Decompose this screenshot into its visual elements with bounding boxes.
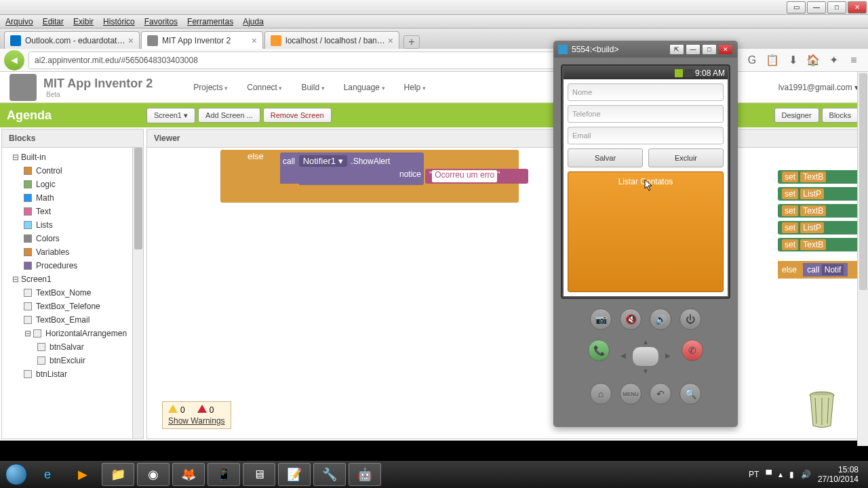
taskbar-notepad[interactable]: 📝: [278, 463, 311, 486]
taskbar-app3[interactable]: 🔧: [313, 463, 346, 486]
taskbar-chrome[interactable]: ◉: [137, 463, 170, 486]
menu-exibir[interactable]: Exibir: [73, 17, 94, 26]
menu-historico[interactable]: Histórico: [103, 17, 135, 26]
cat-control[interactable]: Control: [2, 164, 143, 178]
tab-localhost[interactable]: localhost / localhost / ban… ×: [264, 31, 399, 49]
tray-flag-icon[interactable]: ▀: [766, 470, 772, 479]
peek-block[interactable]: set ListP: [778, 187, 866, 201]
cat-text[interactable]: Text: [2, 205, 143, 218]
comp-btnsalvar[interactable]: btnSalvar: [2, 340, 143, 354]
peek-block[interactable]: set TextB: [778, 170, 866, 184]
back-hw-button[interactable]: ↶: [650, 383, 671, 405]
cat-lists[interactable]: Lists: [2, 218, 143, 232]
block-else[interactable]: else: [242, 150, 276, 165]
menu-ajuda[interactable]: Ajuda: [243, 17, 264, 26]
puzzle-icon[interactable]: ✦: [826, 53, 841, 68]
dpad[interactable]: ▲ ◀ ▶ ▼: [622, 340, 669, 373]
search-hw-button[interactable]: 🔍: [679, 383, 701, 405]
sidebar-scrollbar[interactable]: [132, 148, 143, 439]
listar-contatos-button[interactable]: Listar Contatos: [568, 171, 724, 292]
blocks-canvas[interactable]: else call Notifier1 ▾ .ShowAlert notice …: [147, 150, 866, 439]
download-icon[interactable]: ⬇: [785, 53, 800, 68]
call-button[interactable]: 📞: [588, 340, 610, 361]
menu-favoritos[interactable]: Favoritos: [144, 17, 178, 26]
comp-btnexcluir[interactable]: btnExcluir: [2, 354, 143, 367]
comp-textbox-nome[interactable]: TextBox_Nome: [2, 286, 143, 300]
block-slot[interactable]: [248, 184, 299, 199]
cat-math[interactable]: Math: [2, 191, 143, 205]
emu-minimize[interactable]: —: [686, 44, 701, 55]
emu-close[interactable]: ✕: [718, 44, 733, 55]
add-screen-button[interactable]: Add Screen ...: [198, 108, 260, 123]
start-button[interactable]: [3, 461, 30, 488]
tree-screen1[interactable]: ⊟Screen1: [2, 272, 143, 286]
screen-dropdown[interactable]: Screen1 ▾: [146, 108, 195, 123]
volume-up-button[interactable]: 🔊: [650, 308, 671, 330]
window-minimize[interactable]: ▭: [787, 1, 806, 14]
block-call[interactable]: call Notifier1 ▾ .ShowAlert notice: [280, 152, 424, 185]
window-minimize2[interactable]: —: [807, 1, 826, 14]
page-scrollbar[interactable]: [857, 72, 868, 446]
input-telefone[interactable]: Telefone: [568, 105, 724, 123]
taskbar-app1[interactable]: 📱: [208, 463, 240, 486]
window-close[interactable]: ✕: [848, 1, 867, 14]
home-button[interactable]: ⌂: [590, 383, 612, 405]
menu-arquivo[interactable]: Arquivo: [5, 17, 33, 26]
tray-network-icon[interactable]: ▮: [789, 470, 794, 479]
cat-logic[interactable]: Logic: [2, 178, 143, 191]
menu-editar[interactable]: Editar: [43, 17, 64, 26]
cat-variables[interactable]: Variables: [2, 245, 143, 259]
designer-button[interactable]: Designer: [774, 108, 819, 123]
emu-restore[interactable]: ⇱: [669, 44, 684, 55]
emulator-window[interactable]: 5554:<build> ⇱ — □ ✕ 9:08 AM Nome Telefo…: [553, 41, 738, 427]
cat-procedures[interactable]: Procedures: [2, 259, 143, 272]
input-nome[interactable]: Nome: [568, 83, 724, 101]
peek-block[interactable]: set ListP: [778, 221, 866, 235]
menu-language[interactable]: Language: [344, 83, 385, 92]
taskbar-explorer[interactable]: 📁: [102, 463, 134, 486]
clipboard-icon[interactable]: 📋: [765, 53, 780, 68]
block-string[interactable]: " Ocorreu um erro ": [425, 169, 528, 184]
menu-projects[interactable]: Projects: [193, 83, 228, 92]
camera-button[interactable]: 📷: [590, 308, 612, 330]
back-button[interactable]: ◄: [4, 50, 24, 70]
excluir-button[interactable]: Excluir: [648, 148, 724, 167]
new-tab-button[interactable]: +: [403, 35, 420, 49]
comp-textbox-email[interactable]: TextBox_Email: [2, 313, 143, 327]
peek-block[interactable]: set TextB: [778, 238, 866, 251]
taskbar-wmp[interactable]: ▶: [66, 463, 99, 486]
dpad-center[interactable]: [632, 346, 659, 367]
search-icon[interactable]: G: [745, 53, 760, 68]
tray-expand-icon[interactable]: ▴: [778, 470, 783, 479]
taskbar-ie[interactable]: e: [31, 463, 64, 486]
trash-icon[interactable]: [805, 388, 839, 429]
blocks-button[interactable]: Blocks: [822, 108, 859, 123]
salvar-button[interactable]: Salvar: [568, 148, 643, 167]
taskbar-app2[interactable]: 🖥: [243, 463, 275, 486]
peek-else-block[interactable]: else call Notif: [778, 261, 866, 279]
hamburger-icon[interactable]: ≡: [846, 53, 861, 68]
volume-down-button[interactable]: 🔇: [620, 308, 642, 330]
show-warnings-button[interactable]: Show Warnings: [168, 416, 225, 426]
tab-close[interactable]: ×: [388, 35, 393, 46]
taskbar-firefox[interactable]: 🦊: [172, 463, 205, 486]
menu-help[interactable]: Help: [404, 83, 426, 92]
user-email[interactable]: lva1991@gmail.com ▾: [778, 83, 859, 92]
tab-close[interactable]: ×: [252, 35, 257, 46]
block-notifier-dropdown[interactable]: Notifier1 ▾: [299, 155, 347, 167]
comp-textbox-telefone[interactable]: TextBox_Telefone: [2, 300, 143, 313]
menu-connect[interactable]: Connect: [247, 83, 282, 92]
tray-lang[interactable]: PT: [749, 470, 759, 479]
comp-btnlistar[interactable]: btnListar: [2, 367, 143, 381]
comp-harrangement[interactable]: ⊟HorizontalArrangemen: [2, 327, 143, 340]
menu-build[interactable]: Build: [301, 83, 324, 92]
peek-call[interactable]: call Notif: [803, 263, 848, 277]
tab-close[interactable]: ×: [128, 35, 134, 46]
peek-block[interactable]: set TextB: [778, 204, 866, 218]
tab-appinventor[interactable]: MIT App Inventor 2 ×: [141, 31, 263, 49]
input-email[interactable]: Email: [568, 127, 724, 144]
tree-builtin[interactable]: ⊟Built-in: [2, 150, 143, 164]
menu-button[interactable]: MENU: [620, 383, 642, 405]
window-maximize[interactable]: □: [827, 1, 846, 14]
menu-ferramentas[interactable]: Ferramentas: [187, 17, 233, 26]
